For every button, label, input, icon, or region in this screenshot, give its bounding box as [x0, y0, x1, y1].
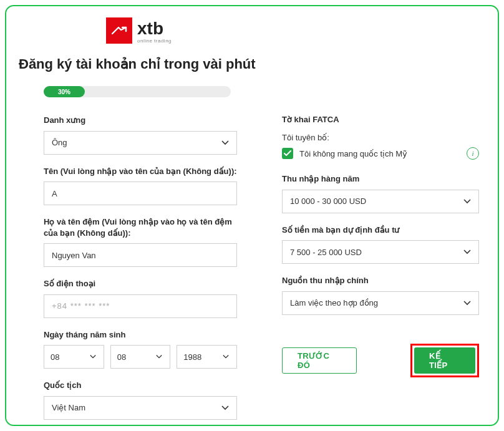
invest-value: 7 500 - 25 000 USD [290, 248, 362, 257]
not-us-text: Tôi không mang quốc tịch Mỹ [299, 149, 460, 158]
info-icon[interactable]: i [467, 147, 479, 160]
income-label: Thu nhập hàng năm [282, 173, 479, 185]
source-select[interactable]: Làm việc theo hợp đồng [282, 291, 479, 315]
first-name-input[interactable]: A [44, 182, 237, 205]
dob-year-value: 1988 [183, 352, 201, 362]
column-left: Danh xưng Ông Tên (Vui lòng nhập vào tên… [44, 115, 237, 420]
chevron-down-icon [463, 199, 471, 204]
logo-subtitle: online trading [137, 39, 172, 44]
phone-value: +84 *** *** *** [52, 301, 110, 311]
invest-label: Số tiền mà bạn dự định đầu tư [282, 225, 479, 236]
chevron-down-icon [463, 249, 471, 254]
last-name-input[interactable]: Nguyen Van [44, 243, 237, 267]
prev-button-label: TRƯỚC ĐÓ [298, 351, 341, 370]
nationality-value: Việt Nam [52, 403, 85, 412]
salutation-select[interactable]: Ông [44, 131, 237, 155]
chevron-down-icon [90, 355, 96, 359]
last-name-label: Họ và tên đệm (Vui lòng nhập vào họ và t… [44, 216, 237, 238]
dob-day-select[interactable]: 08 [44, 345, 104, 369]
next-button[interactable]: KẾ TIẾP [414, 347, 475, 374]
invest-select[interactable]: 7 500 - 25 000 USD [282, 240, 479, 264]
source-value: Làm việc theo hợp đồng [290, 298, 378, 308]
nationality-label: Quốc tịch [44, 380, 237, 391]
prev-button[interactable]: TRƯỚC ĐÓ [282, 347, 357, 374]
progress-bar: 30% [44, 86, 231, 97]
registration-form: xtb online trading Đăng ký tài khoản chỉ… [5, 5, 499, 426]
dob-month-select[interactable]: 08 [110, 345, 171, 369]
income-select[interactable]: 10 000 - 30 000 USD [282, 190, 479, 213]
chevron-down-icon [156, 355, 162, 359]
dob-month-value: 08 [117, 352, 126, 362]
dob-label: Ngày tháng năm sinh [44, 329, 237, 341]
salutation-label: Danh xưng [44, 115, 237, 126]
next-button-label: KẾ TIẾP [429, 351, 460, 370]
next-button-highlight: KẾ TIẾP [410, 344, 479, 377]
salutation-value: Ông [52, 138, 67, 147]
column-right: Tờ khai FATCA Tôi tuyên bố: Tôi không ma… [282, 115, 479, 420]
chevron-down-icon [221, 405, 229, 410]
first-name-value: A [52, 189, 57, 198]
last-name-value: Nguyen Van [52, 251, 96, 260]
source-label: Nguồn thu nhập chính [282, 275, 479, 286]
logo: xtb online trading [106, 17, 485, 44]
page-title: Đăng ký tài khoản chỉ trong vài phút [19, 56, 485, 72]
progress-fill: 30% [44, 86, 85, 97]
logo-text: xtb online trading [137, 20, 172, 44]
chevron-down-icon [463, 301, 471, 306]
progress-label: 30% [58, 89, 70, 95]
fatca-title: Tờ khai FATCA [282, 115, 479, 124]
dob-day-value: 08 [51, 352, 59, 362]
phone-input[interactable]: +84 *** *** *** [44, 294, 237, 318]
declare-text: Tôi tuyên bố: [282, 133, 329, 142]
logo-brand: xtb [137, 20, 172, 37]
not-us-checkbox[interactable] [282, 148, 293, 159]
dob-year-select[interactable]: 1988 [177, 345, 237, 369]
income-value: 10 000 - 30 000 USD [290, 196, 366, 206]
nationality-select[interactable]: Việt Nam [44, 396, 237, 420]
chevron-down-icon [221, 140, 229, 145]
first-name-label: Tên (Vui lòng nhập vào tên của bạn (Khôn… [44, 166, 237, 177]
phone-label: Số điện thoại [44, 278, 237, 289]
logo-mark-icon [106, 17, 132, 44]
chevron-down-icon [223, 355, 229, 359]
